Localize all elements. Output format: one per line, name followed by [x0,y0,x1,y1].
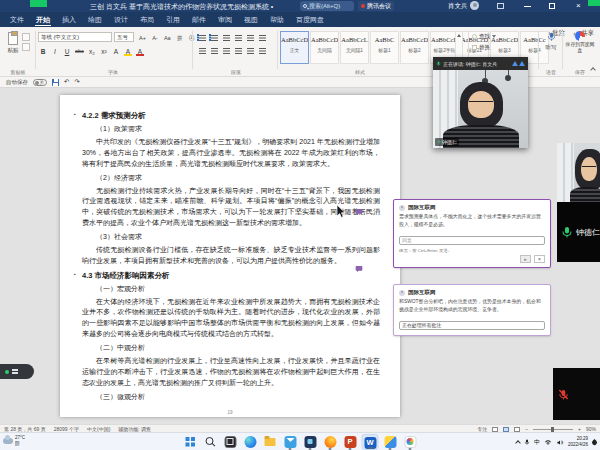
ribbon-tab-6[interactable]: 引用 [160,12,186,27]
meeting-chip[interactable]: 腾讯会议 [358,1,394,11]
font-format-button[interactable]: A [135,46,145,57]
ribbon-tab-8[interactable]: 审阅 [212,12,238,27]
comment-card[interactable]: 国际互联网 需求预测要具体点，不能大而化之，这个技术需要多大的开发运营投入，规模… [393,199,551,268]
ribbon-tab-0[interactable]: 文件 [4,12,30,27]
save-icon[interactable] [52,79,59,86]
volume-icon[interactable] [556,439,564,446]
taskbar-powerpoint-icon[interactable]: P [342,434,359,450]
comment-reply-input[interactable] [399,321,545,330]
font-format-button[interactable]: A [123,46,133,57]
comment-marker-icon[interactable] [355,208,363,216]
print-layout-icon[interactable] [503,427,509,432]
multilevel-list-icon[interactable] [220,31,230,42]
zoom-slider[interactable] [533,429,573,430]
font-size-select[interactable]: 五号 [114,32,134,42]
font-format-button[interactable]: abc [74,46,85,57]
maximize-button[interactable] [549,3,555,9]
meeting-overlay-window[interactable]: 正在讲话: 钟德仁 肖文兵 钟德仁 [433,57,528,148]
weather-widget[interactable]: 27°C 阴 [3,435,25,447]
taskbar-word-icon[interactable]: W [362,434,379,450]
ribbon-tab-1[interactable]: 开始 [30,12,56,27]
numbered-list-icon[interactable] [208,31,218,42]
collapse-ribbon-button[interactable] [591,68,597,74]
font-tool-button[interactable]: 拼 [175,32,185,42]
line-spacing-icon[interactable] [244,44,254,55]
tray-mic-icon[interactable] [524,438,530,446]
font-format-button[interactable]: I [50,46,60,57]
bullet-list-icon[interactable] [196,31,206,42]
copy-button[interactable] [22,33,30,41]
font-tool-button[interactable]: A- [150,32,160,42]
hidden-icons-chevron[interactable] [515,440,521,446]
decrease-indent-icon[interactable] [232,31,242,42]
style-item[interactable]: AaBbCcDc正文 [280,31,309,64]
ribbon-tab-3[interactable]: 绘图 [82,12,108,27]
ribbon-tab-5[interactable]: 布局 [134,12,160,27]
justify-icon[interactable] [232,44,242,55]
account-name[interactable]: 肖文兵 [448,2,468,11]
ribbon-tab-7[interactable]: 邮件 [186,12,212,27]
web-layout-icon[interactable] [514,427,520,432]
zoom-slider-knob[interactable] [551,427,554,432]
read-mode-icon[interactable] [492,427,498,432]
comment-close-button[interactable]: × [534,255,545,263]
dictate-button[interactable]: 听写 [541,31,561,61]
taskbar-music-icon[interactable] [382,434,399,450]
wifi-icon[interactable] [544,439,552,446]
undo-button[interactable]: ↶ [64,78,69,86]
taskbar-file-explorer-icon[interactable] [262,434,279,450]
autosave-toggle[interactable]: 关 [33,79,47,86]
style-item[interactable]: AaBbCcDc无间隔 [310,31,339,64]
taskbar-search-icon[interactable] [202,434,219,450]
taskbar-app-dark-icon[interactable] [302,434,319,450]
baidu-netdisk-save-button[interactable]: 保存到百度网盘 [564,31,596,65]
ribbon-tab-9[interactable]: 视图 [238,12,264,27]
meeting-floating-bar[interactable] [0,364,34,379]
align-right-icon[interactable] [220,44,230,55]
document-page[interactable]: 4.2.2 需求预测分析（1）政策需求中共印发的《无损检测仪器行业发展“十三五”… [60,95,400,417]
search-box[interactable]: 搜索(Alt+Q) [300,1,354,11]
comment-send-button[interactable]: ▸ [520,255,531,263]
redo-button[interactable]: ↷ [74,78,79,86]
taskbar-firefox-icon[interactable] [322,434,339,450]
ime-indicator[interactable]: 中 [534,438,540,447]
paste-button[interactable]: 粘贴 [5,32,21,58]
style-item[interactable]: AaBbC标题1 [370,31,399,64]
font-format-button[interactable]: A [111,46,121,57]
font-name-select[interactable]: 等线 (中文正文) [38,32,112,42]
font-format-button[interactable]: U [62,46,72,57]
taskbar-start-icon[interactable] [182,434,199,450]
webcam-video[interactable]: 钟德仁 [433,70,528,148]
ribbon-tab-10[interactable]: 帮助 [264,12,290,27]
side-video-tile[interactable] [557,143,600,202]
muted-participant-tile[interactable] [553,368,600,420]
side-participant-panel[interactable]: 钟德仁 [557,202,600,262]
align-center-icon[interactable] [208,44,218,55]
sort-icon[interactable] [256,31,266,42]
increase-indent-icon[interactable] [244,31,254,42]
avatar[interactable] [470,1,479,10]
find-button[interactable]: 查找 [472,33,496,40]
font-tool-button[interactable]: Aa [162,32,173,42]
minimize-button[interactable] [524,6,531,7]
taskbar-edge-icon[interactable] [242,434,259,450]
font-tool-button[interactable]: A+ [137,32,148,42]
style-item[interactable]: AaBbCcD标题2 [400,31,429,64]
style-item[interactable]: AaBbCcL无间隔1 [340,31,369,64]
comment-marker-icon[interactable] [355,265,363,273]
clock[interactable]: 20:29 2022/4/26 [568,436,588,447]
pen-icon[interactable] [591,438,598,445]
ribbon-display-options-icon[interactable] [497,3,504,9]
font-format-button[interactable]: x₂ [87,46,97,57]
close-button[interactable]: × [576,1,581,11]
ribbon-tab-2[interactable]: 插入 [56,12,82,27]
ribbon-tab-11[interactable]: 百度网盘 [290,12,330,27]
borders-icon[interactable] [256,44,266,55]
taskbar-photos-icon[interactable] [402,434,419,450]
taskbar-mail-icon[interactable] [282,434,299,450]
ribbon-tab-4[interactable]: 设计 [108,12,134,27]
comment-reply-input[interactable] [399,236,545,245]
replace-button[interactable]: 替换 [472,44,496,51]
font-format-button[interactable]: B [38,46,48,57]
format-painter-button[interactable] [22,43,30,51]
